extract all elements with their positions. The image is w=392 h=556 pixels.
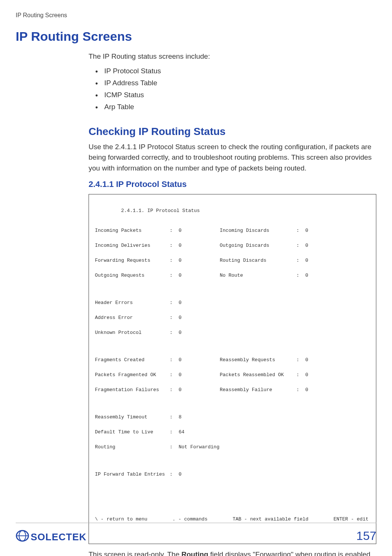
- svg-text:SOLECTEK: SOLECTEK: [31, 531, 87, 543]
- terminal-colon: :: [170, 414, 179, 421]
- terminal-label: Address Error: [95, 314, 170, 322]
- terminal-label: Reassembly Requests: [220, 356, 296, 364]
- terminal-value: 0: [179, 471, 220, 478]
- terminal-label: Default Time to Live: [95, 428, 170, 436]
- terminal-value: 0: [179, 242, 220, 249]
- terminal-colon: :: [170, 299, 179, 307]
- terminal-colon: :: [170, 257, 179, 264]
- list-item: Arp Table: [104, 101, 376, 113]
- terminal-value: 0: [305, 272, 308, 279]
- terminal-label: Packets Fragmented OK: [95, 371, 170, 379]
- list-item: IP Address Table: [104, 77, 376, 89]
- terminal-value: 0: [179, 314, 220, 322]
- terminal-row: Fragmentation Failures:0Reassembly Failu…: [95, 386, 370, 394]
- terminal-colon: :: [170, 227, 179, 234]
- terminal-colon: :: [170, 371, 179, 379]
- text-span: This screen is read-only. The: [89, 550, 182, 556]
- terminal-value: 0: [179, 257, 220, 264]
- terminal-colon: :: [170, 272, 179, 279]
- terminal-label: Incoming Packets: [95, 227, 170, 234]
- terminal-value: 0: [305, 386, 308, 394]
- terminal-hint: ENTER - edit: [333, 516, 368, 523]
- terminal-row: Unknown Protocol:0: [95, 329, 370, 337]
- terminal-row: Fragments Created:0Reassembly Requests:0: [95, 356, 370, 364]
- section-title-h3: 2.4.1.1 IP Protocol Status: [89, 178, 376, 190]
- page-title-h1: IP Routing Screens: [0, 19, 392, 44]
- terminal-row: Forwarding Requests:0Routing Discards:0: [95, 257, 370, 264]
- terminal-screen: 2.4.1.1. IP Protocol Status Incoming Pac…: [89, 194, 376, 544]
- terminal-value: 0: [179, 227, 220, 234]
- terminal-colon: :: [170, 329, 179, 337]
- terminal-colon: :: [170, 242, 179, 249]
- terminal-colon: :: [296, 257, 305, 264]
- intro-paragraph: The IP Routing status screens include:: [89, 51, 376, 62]
- terminal-row: Incoming Deliveries:0Outgoing Discards:0: [95, 242, 370, 249]
- terminal-row: Routing:Not Forwarding: [95, 443, 370, 451]
- terminal-colon: :: [296, 356, 305, 364]
- terminal-colon: :: [170, 386, 179, 394]
- terminal-hint: . - commands: [173, 516, 208, 523]
- terminal-label: Fragments Created: [95, 356, 170, 364]
- terminal-colon: :: [296, 386, 305, 394]
- bold-text: Routing: [182, 550, 209, 556]
- terminal-value: Not Forwarding: [179, 443, 220, 451]
- terminal-value: 0: [305, 242, 308, 249]
- terminal-label: IP Forward Table Entries: [95, 471, 170, 478]
- body-paragraph: This screen is read-only. The Routing fi…: [89, 549, 376, 556]
- page-footer: SOLECTEK 157: [16, 523, 376, 545]
- terminal-row: Incoming Packets:0Incoming Discards:0: [95, 227, 370, 234]
- bullet-list: IP Protocol Status IP Address Table ICMP…: [89, 65, 376, 113]
- list-item: IP Protocol Status: [104, 65, 376, 77]
- terminal-colon: :: [296, 371, 305, 379]
- section-paragraph: Use the 2.4.1.1 IP Protocol Status scree…: [89, 142, 376, 174]
- terminal-colon: :: [170, 471, 179, 478]
- terminal-label: Forwarding Requests: [95, 257, 170, 264]
- solectek-logo-icon: SOLECTEK: [16, 527, 113, 545]
- running-header: IP Routing Screens: [0, 0, 392, 19]
- page-number: 157: [356, 529, 376, 543]
- terminal-value: 64: [179, 428, 220, 436]
- terminal-colon: :: [296, 227, 305, 234]
- terminal-label: Incoming Deliveries: [95, 242, 170, 249]
- terminal-row: Default Time to Live:64: [95, 428, 370, 436]
- terminal-label: Reassembly Failure: [220, 386, 296, 394]
- terminal-value: 0: [179, 329, 220, 337]
- terminal-label: Incoming Discards: [220, 227, 296, 234]
- terminal-colon: :: [170, 314, 179, 322]
- terminal-colon: :: [170, 428, 179, 436]
- terminal-label: Reassembly Timeout: [95, 414, 170, 421]
- footer-divider: [16, 523, 376, 523]
- terminal-value: 0: [305, 371, 308, 379]
- terminal-colon: :: [296, 272, 305, 279]
- terminal-row: Packets Fragmented OK:0Packets Reassembl…: [95, 371, 370, 379]
- terminal-value: 8: [179, 414, 220, 421]
- terminal-label: No Route: [220, 272, 296, 279]
- terminal-value: 0: [305, 257, 308, 264]
- terminal-row: IP Forward Table Entries:0: [95, 471, 370, 478]
- terminal-value: 0: [305, 227, 308, 234]
- terminal-row: Reassembly Timeout:8: [95, 414, 370, 421]
- list-item: ICMP Status: [104, 89, 376, 101]
- terminal-label: Routing: [95, 443, 170, 451]
- terminal-colon: :: [296, 242, 305, 249]
- terminal-title: 2.4.1.1. IP Protocol Status: [95, 207, 370, 215]
- terminal-colon: :: [170, 443, 179, 451]
- section-title-h2: Checking IP Routing Status: [89, 124, 376, 139]
- terminal-value: 0: [305, 356, 308, 364]
- terminal-label: Fragmentation Failures: [95, 386, 170, 394]
- terminal-value: 0: [179, 386, 220, 394]
- terminal-value: 0: [179, 272, 220, 279]
- terminal-row: Header Errors:0: [95, 299, 370, 307]
- terminal-value: 0: [179, 356, 220, 364]
- terminal-label: Header Errors: [95, 299, 170, 307]
- terminal-hint: TAB - next available field: [232, 516, 308, 523]
- terminal-label: Outgoing Requests: [95, 272, 170, 279]
- terminal-hint: \ - return to menu: [95, 516, 147, 523]
- terminal-row: Outgoing Requests:0No Route:0: [95, 272, 370, 279]
- terminal-colon: :: [170, 356, 179, 364]
- terminal-value: 0: [179, 371, 220, 379]
- terminal-footer: \ - return to menu. - commandsTAB - next…: [95, 516, 370, 523]
- terminal-value: 0: [179, 299, 220, 307]
- terminal-label: Unknown Protocol: [95, 329, 170, 337]
- terminal-label: Routing Discards: [220, 257, 296, 264]
